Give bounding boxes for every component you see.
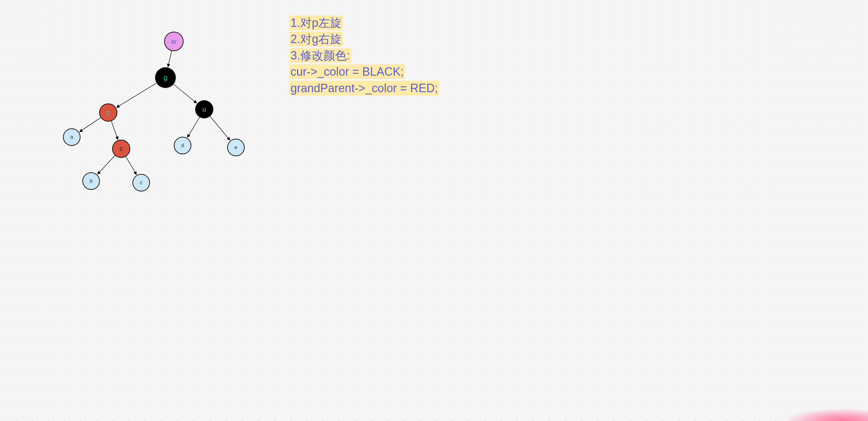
node-ar[interactable]: ar — [164, 32, 184, 51]
node-e[interactable]: e — [227, 139, 245, 156]
node-label-a: a — [70, 134, 73, 140]
node-label-u: u — [202, 106, 206, 113]
annotation-text[interactable]: 1.对p左旋 2.对g右旋 3.修改颜色: cur->_color = BLAC… — [289, 15, 439, 96]
node-label-ar: ar — [171, 38, 177, 45]
annotation-line-4: cur->_color = BLACK; — [289, 64, 405, 79]
node-c-leaf[interactable]: c — [132, 174, 150, 191]
annotation-line-5: grandParent->_color = RED; — [289, 81, 439, 95]
svg-line-0 — [168, 51, 172, 67]
annotation-line-1: 1.对p左旋 — [289, 16, 343, 30]
node-c-parent[interactable]: c — [112, 140, 130, 158]
svg-line-4 — [111, 121, 118, 139]
node-b[interactable]: b — [83, 172, 100, 190]
svg-line-5 — [187, 117, 200, 138]
node-label-b: b — [90, 178, 93, 184]
svg-line-1 — [117, 83, 157, 108]
node-a[interactable]: a — [63, 128, 81, 146]
annotation-line-2: 2.对g右旋 — [289, 32, 343, 46]
svg-line-8 — [126, 156, 136, 175]
node-label-g: g — [163, 73, 167, 82]
node-label-p: p — [106, 108, 110, 117]
svg-line-2 — [174, 84, 197, 103]
svg-line-6 — [210, 116, 230, 140]
node-label-c-parent: c — [120, 146, 123, 152]
node-g[interactable]: g — [155, 67, 176, 88]
node-label-c-leaf: c — [140, 180, 143, 186]
svg-line-7 — [98, 155, 115, 174]
node-label-e: e — [235, 145, 238, 150]
annotation-line-3: 3.修改颜色: — [289, 48, 351, 63]
svg-line-3 — [80, 118, 101, 132]
node-d[interactable]: d — [174, 137, 191, 154]
node-label-d: d — [181, 143, 184, 148]
node-u[interactable]: u — [195, 100, 213, 118]
diagram-canvas[interactable]: ar g p u a c d e b c 1.对p左旋 2.对g右旋 3.修改颜… — [0, 0, 868, 421]
corner-decoration — [784, 408, 868, 421]
node-p[interactable]: p — [99, 103, 117, 122]
